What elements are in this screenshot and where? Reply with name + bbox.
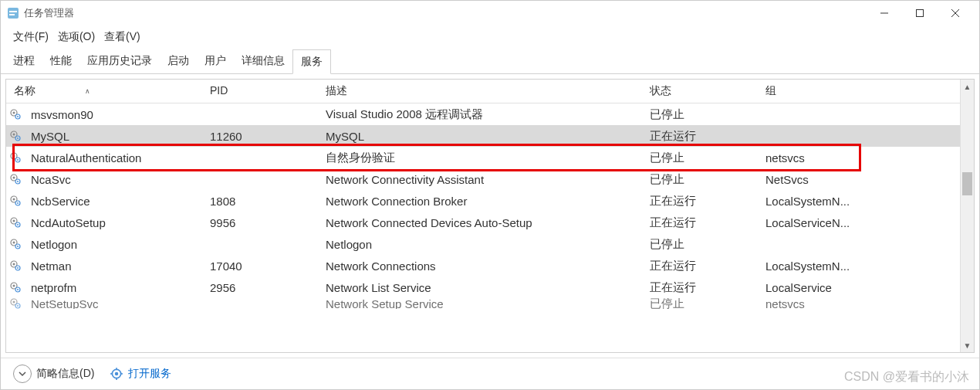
svg-rect-0: [8, 8, 19, 19]
service-name: NetSetupSvc: [26, 298, 210, 309]
task-manager-window: 任务管理器 文件(F) 选项(O) 查看(V) 进程性能应用历史记录启动用户详细…: [0, 0, 980, 390]
service-icon: [9, 108, 22, 120]
service-name: NcdAutoSetup: [26, 216, 210, 229]
service-description: Network Setup Service: [326, 298, 650, 309]
svg-point-48: [115, 372, 119, 376]
service-group: LocalServiceN...: [765, 216, 920, 229]
service-description: Network Connected Devices Auto-Setup: [326, 216, 650, 229]
maximize-button[interactable]: [902, 2, 938, 24]
service-name: Netman: [26, 259, 210, 273]
less-details-button[interactable]: 简略信息(D): [13, 365, 94, 383]
service-name: netprofm: [26, 281, 210, 294]
scroll-thumb[interactable]: [962, 172, 972, 195]
tab-进程[interactable]: 进程: [5, 49, 42, 74]
tab-应用历史记录[interactable]: 应用历史记录: [79, 49, 160, 74]
service-group: netsvcs: [765, 151, 920, 164]
service-icon: [9, 259, 22, 272]
service-icon: [9, 298, 22, 309]
service-pid: 17040: [210, 259, 326, 273]
tab-性能[interactable]: 性能: [42, 49, 79, 74]
service-description: 自然身份验证: [326, 151, 650, 165]
service-row[interactable]: netprofm2956Network List Service正在运行Loca…: [6, 276, 960, 298]
footer: 简略信息(D) 打开服务: [1, 358, 979, 389]
service-row[interactable]: NaturalAuthentication自然身份验证已停止netsvcs: [6, 147, 960, 168]
service-description: Network Connections: [326, 259, 650, 273]
svg-point-44: [13, 301, 15, 304]
svg-rect-1: [9, 11, 17, 12]
column-group[interactable]: 组: [765, 84, 920, 98]
svg-point-12: [13, 134, 15, 136]
svg-point-38: [17, 267, 19, 269]
svg-point-16: [13, 155, 15, 158]
open-services-link[interactable]: 打开服务: [110, 367, 171, 381]
service-name: MySQL: [26, 130, 210, 143]
service-status: 正在运行: [650, 259, 765, 273]
service-status: 正在运行: [650, 215, 765, 230]
service-name: msvsmon90: [26, 108, 210, 121]
service-pid: 9956: [210, 216, 326, 229]
close-button[interactable]: [938, 2, 973, 24]
service-group: LocalService: [765, 281, 920, 294]
tab-服务[interactable]: 服务: [292, 49, 331, 74]
service-icon: [9, 151, 22, 164]
svg-point-8: [13, 112, 15, 114]
column-status[interactable]: 状态: [650, 84, 765, 98]
menu-options[interactable]: 选项(O): [55, 29, 98, 46]
svg-point-18: [17, 159, 19, 161]
svg-point-24: [13, 198, 15, 201]
service-status: 正在运行: [650, 280, 765, 295]
column-description[interactable]: 描述: [326, 84, 650, 98]
gear-icon: [110, 367, 123, 381]
column-pid[interactable]: PID: [210, 84, 326, 98]
tab-启动[interactable]: 启动: [160, 49, 197, 74]
minimize-button[interactable]: [867, 2, 902, 24]
service-status: 正在运行: [650, 194, 765, 209]
scroll-down-arrow-icon[interactable]: ▼: [961, 338, 974, 352]
svg-point-34: [17, 246, 19, 247]
tab-用户[interactable]: 用户: [197, 49, 234, 74]
chevron-down-icon: [13, 365, 32, 383]
service-row[interactable]: NetlogonNetlogon已停止: [6, 233, 960, 255]
tabs: 进程性能应用历史记录启动用户详细信息服务: [1, 49, 979, 74]
menu-view[interactable]: 查看(V): [101, 29, 144, 46]
service-row[interactable]: NcdAutoSetup9956Network Connected Device…: [6, 212, 960, 233]
service-status: 已停止: [650, 151, 765, 165]
service-icon: [9, 281, 22, 293]
service-name: NcbService: [26, 195, 210, 208]
tab-详细信息[interactable]: 详细信息: [234, 49, 292, 74]
service-row[interactable]: NcbService1808Network Connection Broker正…: [6, 190, 960, 212]
svg-point-10: [17, 116, 19, 117]
service-status: 已停止: [650, 107, 765, 122]
service-group: LocalSystemN...: [765, 259, 920, 273]
service-icon: [9, 238, 22, 250]
sort-indicator-icon: ∧: [85, 87, 90, 95]
column-headers: 名称∧ PID 描述 状态 组: [6, 80, 960, 103]
column-name[interactable]: 名称∧: [9, 84, 210, 98]
content-area: 名称∧ PID 描述 状态 组 msvsmon90Visual Studio 2…: [5, 79, 975, 353]
service-row[interactable]: NcaSvcNetwork Connectivity Assistant已停止N…: [6, 168, 960, 190]
service-row[interactable]: MySQL11260MySQL正在运行: [6, 125, 960, 147]
vertical-scrollbar[interactable]: ▲ ▼: [960, 80, 974, 352]
service-icon: [9, 195, 22, 207]
scroll-up-arrow-icon[interactable]: ▲: [961, 80, 974, 93]
menu-file[interactable]: 文件(F): [10, 29, 52, 46]
service-row[interactable]: NetSetupSvcNetwork Setup Service已停止netsv…: [6, 298, 960, 309]
service-status: 已停止: [650, 298, 765, 309]
svg-point-36: [13, 263, 15, 266]
window-controls: [867, 2, 973, 24]
service-icon: [9, 130, 22, 142]
service-icon: [9, 216, 22, 229]
service-pid: 1808: [210, 195, 326, 208]
service-description: Netlogon: [326, 238, 650, 251]
service-description: Network List Service: [326, 281, 650, 294]
titlebar: 任务管理器: [1, 1, 979, 25]
service-row[interactable]: Netman17040Network Connections正在运行LocalS…: [6, 255, 960, 276]
svg-point-20: [13, 177, 15, 179]
service-row[interactable]: msvsmon90Visual Studio 2008 远程调试器已停止: [6, 103, 960, 125]
service-group: LocalSystemN...: [765, 195, 920, 208]
svg-rect-2: [9, 14, 15, 15]
service-pid: 11260: [210, 130, 326, 143]
menubar: 文件(F) 选项(O) 查看(V): [1, 25, 979, 49]
service-name: NaturalAuthentication: [26, 151, 210, 164]
service-icon: [9, 173, 22, 185]
